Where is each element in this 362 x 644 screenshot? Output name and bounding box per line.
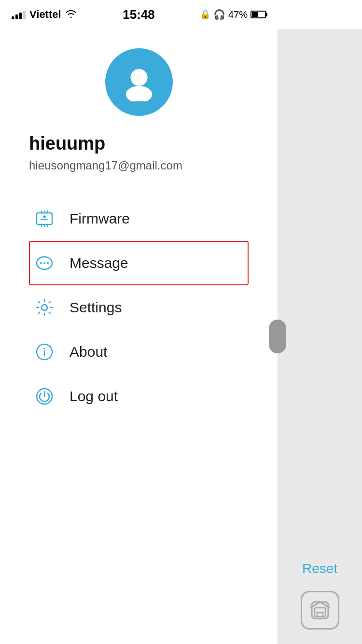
about-label: About: [70, 344, 107, 360]
about-icon: [34, 341, 55, 363]
logout-icon: [34, 386, 55, 407]
svg-point-9: [44, 348, 45, 350]
battery-icon: [251, 11, 266, 18]
status-bar: Viettel 15:48 🔒 🎧 47%: [0, 0, 278, 29]
firmware-label: Firmware: [70, 210, 130, 227]
logout-label: Log out: [70, 388, 118, 405]
menu-item-settings[interactable]: Settings: [29, 285, 249, 330]
menu-item-message[interactable]: Message: [29, 241, 249, 285]
username-label: hieuump: [29, 133, 105, 154]
avatar: [105, 48, 173, 116]
svg-point-6: [47, 262, 49, 264]
user-avatar-icon: [120, 63, 158, 101]
svg-rect-2: [37, 213, 52, 224]
menu-item-firmware[interactable]: Firmware: [29, 196, 249, 241]
status-right: 🔒 🎧 47%: [200, 9, 266, 20]
svg-point-7: [42, 305, 47, 310]
svg-point-4: [40, 262, 42, 264]
signal-bars-icon: [12, 10, 26, 19]
headphones-icon: 🎧: [213, 9, 225, 20]
firmware-icon: [34, 208, 55, 229]
main-container: hieuump hieusongmang17@gmail.com Firmwar…: [0, 29, 362, 644]
email-label: hieusongmang17@gmail.com: [29, 159, 182, 172]
svg-point-1: [125, 86, 152, 101]
home-icon: [308, 598, 332, 622]
settings-label: Settings: [70, 299, 122, 316]
reset-button[interactable]: Reset: [302, 561, 337, 576]
svg-point-5: [43, 262, 45, 264]
message-icon: [34, 252, 55, 274]
menu-item-about[interactable]: About: [29, 330, 249, 374]
left-panel: hieuump hieusongmang17@gmail.com Firmwar…: [0, 29, 278, 644]
svg-point-0: [130, 69, 147, 86]
battery-percent: 47%: [228, 9, 248, 20]
lock-icon: 🔒: [200, 9, 210, 20]
status-left: Viettel: [12, 8, 77, 21]
settings-icon: [34, 297, 55, 318]
home-icon-button[interactable]: [301, 591, 339, 630]
scroll-handle[interactable]: [269, 320, 286, 353]
right-sidebar: Reset: [278, 29, 362, 644]
message-label: Message: [70, 255, 128, 271]
menu-list: Firmware Message: [29, 196, 249, 419]
avatar-container: [29, 48, 249, 116]
time-label: 15:48: [123, 7, 155, 22]
menu-item-logout[interactable]: Log out: [29, 374, 249, 419]
carrier-label: Viettel: [29, 8, 61, 21]
wifi-icon: [65, 9, 77, 21]
